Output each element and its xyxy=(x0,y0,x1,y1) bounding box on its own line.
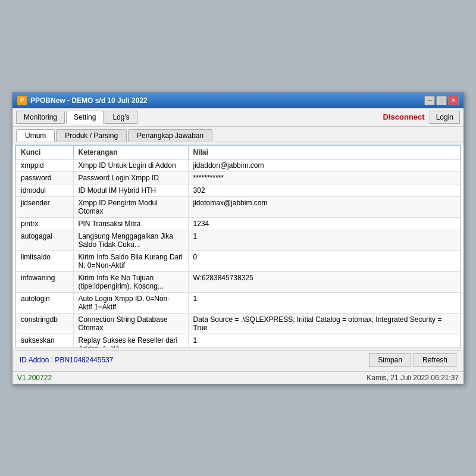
menu-bar: Monitoring Setting Log's Disconnect Logi… xyxy=(12,108,464,127)
col-header-key: Kunci xyxy=(16,145,74,159)
cell-val: *********** xyxy=(188,171,460,184)
cell-key: idmodul xyxy=(16,184,74,196)
table-row[interactable]: xmppid Xmpp ID Untuk Login di Addon jida… xyxy=(16,159,461,171)
restore-button[interactable]: □ xyxy=(436,96,447,105)
addon-id: ID Addon : PBN10482445537 xyxy=(20,356,113,364)
cell-desc: Replay Sukses ke Reseller dari Addon, 1=… xyxy=(73,334,188,347)
table-container: Kunci Keterangan Nilai xmppid Xmpp ID Un… xyxy=(15,145,461,348)
title-bar: P PPOBNew - DEMO s/d 10 Juli 2022 ─ □ ✕ xyxy=(12,93,464,108)
app-icon: P xyxy=(17,96,27,105)
cell-desc: Xmpp ID Pengirim Modul Otomax xyxy=(73,196,188,217)
table-row[interactable]: jidsender Xmpp ID Pengirim Modul Otomax … xyxy=(16,196,461,217)
cell-desc: Xmpp ID Untuk Login di Addon xyxy=(73,159,188,171)
window-title: PPOBNew - DEMO s/d 10 Juli 2022 xyxy=(30,96,148,105)
cell-key: jidsender xyxy=(16,196,74,217)
sub-tab-umum[interactable]: Umum xyxy=(16,129,55,142)
main-window: P PPOBNew - DEMO s/d 10 Juli 2022 ─ □ ✕ … xyxy=(12,92,464,384)
cell-desc: Password Login Xmpp ID xyxy=(73,171,188,184)
cell-val: W:6283845738325 xyxy=(188,271,460,292)
cell-key: sukseskan xyxy=(16,334,74,347)
cell-val: 1 xyxy=(188,230,460,250)
refresh-button[interactable]: Refresh xyxy=(414,353,456,367)
cell-desc: Kirim Info Ke No Tujuan (tipe:idpengirim… xyxy=(73,271,188,292)
table-row[interactable]: infowaning Kirim Info Ke No Tujuan (tipe… xyxy=(16,271,461,292)
tab-monitoring[interactable]: Monitoring xyxy=(16,111,65,124)
settings-table: Kunci Keterangan Nilai xmppid Xmpp ID Un… xyxy=(15,145,461,347)
table-row[interactable]: sukseskan Replay Sukses ke Reseller dari… xyxy=(16,334,461,347)
tab-setting[interactable]: Setting xyxy=(66,111,104,124)
sub-tab-penangkap[interactable]: Penangkap Jawaban xyxy=(128,129,212,142)
sub-tab-produk[interactable]: Produk / Parsing xyxy=(56,129,127,142)
cell-desc: Kirim Info Saldo Bila Kurang Dari N, 0=N… xyxy=(73,250,188,271)
version-label: V1.200722 xyxy=(17,374,52,382)
table-row[interactable]: autogagal Langsung Menggagalkan Jika Sal… xyxy=(16,230,461,250)
menu-tabs: Monitoring Setting Log's xyxy=(16,111,137,124)
cell-desc: Langsung Menggagalkan Jika Saldo Tidak C… xyxy=(73,230,188,250)
disconnect-button[interactable]: Disconnect xyxy=(383,112,425,121)
cell-desc: ID Modul IM Hybrid HTH xyxy=(73,184,188,196)
cell-key: xmppid xyxy=(16,159,74,171)
col-header-val: Nilai xyxy=(188,145,460,159)
table-row[interactable]: autologin Auto Login Xmpp ID, 0=Non-Akti… xyxy=(16,292,461,313)
cell-key: pintrx xyxy=(16,217,74,230)
cell-key: autologin xyxy=(16,292,74,313)
title-controls: ─ □ ✕ xyxy=(424,96,459,105)
cell-val: 0 xyxy=(188,250,460,271)
cell-key: autogagal xyxy=(16,230,74,250)
cell-key: password xyxy=(16,171,74,184)
table-row[interactable]: constringdb Connection String Database O… xyxy=(16,313,461,334)
cell-desc: Connection String Database Otomax xyxy=(73,313,188,334)
table-scroll[interactable]: Kunci Keterangan Nilai xmppid Xmpp ID Un… xyxy=(15,145,461,347)
status-bar: V1.200722 Kamis, 21 Juli 2022 06:21:37 xyxy=(12,371,464,384)
table-row[interactable]: password Password Login Xmpp ID ********… xyxy=(16,171,461,184)
cell-key: limitsaldo xyxy=(16,250,74,271)
footer-bar: ID Addon : PBN10482445537 Simpan Refresh xyxy=(15,350,461,369)
datetime-label: Kamis, 21 Juli 2022 06:21:37 xyxy=(367,374,459,382)
cell-key: constringdb xyxy=(16,313,74,334)
tab-logs[interactable]: Log's xyxy=(105,111,137,124)
cell-val: jidotomax@jabbim.com xyxy=(188,196,460,217)
cell-val: 302 xyxy=(188,184,460,196)
cell-val: 1 xyxy=(188,334,460,347)
cell-val: 1 xyxy=(188,292,460,313)
table-row[interactable]: limitsaldo Kirim Info Saldo Bila Kurang … xyxy=(16,250,461,271)
login-button[interactable]: Login xyxy=(430,111,460,124)
save-button[interactable]: Simpan xyxy=(369,353,411,367)
content-area: Kunci Keterangan Nilai xmppid Xmpp ID Un… xyxy=(12,145,464,348)
sub-tabs: Umum Produk / Parsing Penangkap Jawaban xyxy=(12,127,464,142)
cell-val: jidaddon@jabbim.com xyxy=(188,159,460,171)
cell-key: infowaning xyxy=(16,271,74,292)
footer-buttons: Simpan Refresh xyxy=(369,353,456,367)
table-row[interactable]: pintrx PIN Transaksi Mitra 1234 xyxy=(16,217,461,230)
cell-val: Data Source = .\SQLEXPRESS; Initial Cata… xyxy=(188,313,460,334)
minimize-button[interactable]: ─ xyxy=(424,96,435,105)
col-header-desc: Keterangan xyxy=(73,145,188,159)
cell-desc: Auto Login Xmpp ID, 0=Non-Aktif 1=Aktif xyxy=(73,292,188,313)
cell-val: 1234 xyxy=(188,217,460,230)
table-row[interactable]: idmodul ID Modul IM Hybrid HTH 302 xyxy=(16,184,461,196)
cell-desc: PIN Transaksi Mitra xyxy=(73,217,188,230)
close-button[interactable]: ✕ xyxy=(448,96,459,105)
menu-actions: Disconnect Login xyxy=(383,111,460,124)
